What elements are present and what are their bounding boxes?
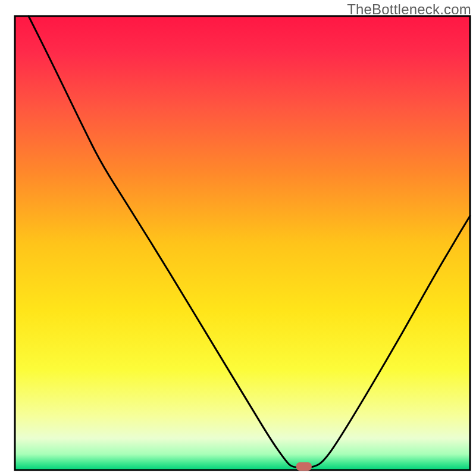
optimum-marker [296, 462, 312, 471]
plot-background [15, 16, 470, 470]
bottleneck-chart: TheBottleneck.com [0, 0, 476, 476]
chart-svg [0, 0, 476, 476]
watermark-text: TheBottleneck.com [347, 1, 471, 18]
